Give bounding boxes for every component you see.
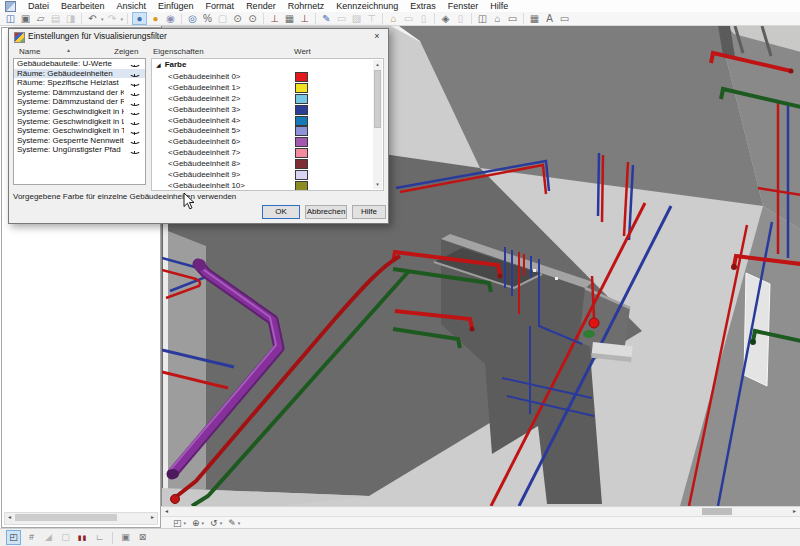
color-row[interactable]: <Gebäudeeinheit 1>: [152, 82, 383, 93]
color-row[interactable]: <Gebäudeeinheit 2>: [152, 93, 383, 104]
filter-list-item[interactable]: Systeme: Geschwindigkeit in Hzg./Kü...: [14, 107, 145, 117]
color-swatch[interactable]: [295, 159, 308, 169]
filter-list-item[interactable]: Systeme: Dämmzustand der Rohre: [14, 97, 145, 107]
help-button[interactable]: Hilfe: [352, 205, 386, 219]
annotate-pen-icon[interactable]: ✎: [320, 13, 333, 25]
frame2-icon[interactable]: ▭: [506, 13, 519, 25]
slope-icon[interactable]: ◢: [42, 531, 55, 544]
layer-icon[interactable]: ▢: [216, 13, 229, 25]
undo-icon[interactable]: ↶: [86, 13, 99, 25]
color-row[interactable]: <Gebäudeeinheit 0>: [152, 71, 383, 82]
color-row[interactable]: <Gebäudeeinheit 4>: [152, 115, 383, 126]
render-hidden-line-icon[interactable]: ◉: [164, 13, 177, 25]
dimension-chain-icon[interactable]: ⊥: [298, 13, 311, 25]
grid-icon[interactable]: #: [25, 531, 38, 544]
save-icon[interactable]: ▣: [19, 13, 32, 25]
menu-item-fenster[interactable]: Fenster: [442, 0, 485, 12]
menu-item-kennzeichnung[interactable]: Kennzeichnung: [330, 0, 404, 12]
scroll-left-icon[interactable]: ◂: [5, 513, 14, 522]
color-swatch[interactable]: [295, 94, 308, 104]
undo-dropdown-caret[interactable]: ▾: [101, 16, 104, 22]
eye-closed-icon[interactable]: [124, 70, 145, 77]
color-swatch[interactable]: [295, 105, 308, 115]
roof-icon[interactable]: ⌂: [491, 13, 504, 25]
globe-icon[interactable]: ⊕: [192, 517, 200, 529]
menu-item-render[interactable]: Render: [240, 0, 282, 12]
viewport-hscrollbar[interactable]: ◂ ▸: [161, 506, 800, 516]
render-shaded-icon[interactable]: ●: [149, 13, 162, 25]
menu-item-format[interactable]: Format: [200, 0, 241, 12]
column-header-eigenschaften[interactable]: Eigenschaften: [153, 47, 204, 56]
print-preview-icon[interactable]: ◨: [64, 13, 77, 25]
filter-list-item[interactable]: Systeme: Geschwindigkeit in Trinkwas...: [14, 126, 145, 136]
ok-button[interactable]: OK: [262, 205, 300, 219]
color-row[interactable]: <Gebäudeeinheit 6>: [152, 136, 383, 147]
new-drawing-icon[interactable]: ◫: [4, 13, 17, 25]
eye-closed-icon[interactable]: [124, 89, 145, 96]
column-header-name[interactable]: Name: [19, 47, 40, 56]
screen-icon[interactable]: ▣: [119, 531, 132, 544]
dimension-icon[interactable]: ⊥: [268, 13, 281, 25]
color-row[interactable]: <Gebäudeeinheit 7>: [152, 147, 383, 158]
filter-list-item[interactable]: Systeme: Geschwindigkeit in Lüftung: [14, 117, 145, 127]
zoom-region-icon[interactable]: ◎: [186, 13, 199, 25]
axis-chart-icon[interactable]: ∟: [93, 531, 106, 544]
window-icon[interactable]: ◫: [476, 13, 489, 25]
color-swatch[interactable]: [295, 148, 308, 158]
visibility-icon[interactable]: ⊙: [231, 13, 244, 25]
view-box-icon[interactable]: ◰: [173, 517, 182, 529]
stamp-icon[interactable]: ▨: [350, 13, 363, 25]
dropdown-caret[interactable]: ▾: [184, 520, 187, 526]
scrollbar-thumb[interactable]: [15, 514, 117, 521]
color-row[interactable]: <Gebäudeeinheit 5>: [152, 125, 383, 136]
menu-item-einfuegen[interactable]: Einfügen: [152, 0, 200, 12]
visibility-filter-icon[interactable]: ⊙: [246, 13, 259, 25]
cancel-button[interactable]: Abbrechen: [305, 205, 347, 219]
scroll-right-icon[interactable]: ▸: [790, 507, 799, 516]
redo-dropdown-caret[interactable]: ▾: [121, 16, 124, 22]
screen-close-icon[interactable]: ⊠: [136, 531, 149, 544]
clip-icon[interactable]: ◈: [439, 13, 452, 25]
properties-scrollbar[interactable]: ▴ ▾: [373, 60, 382, 189]
filter-list[interactable]: Gebäudebauteile: U-Werte Räume: Gebäudee…: [13, 58, 146, 185]
redo-icon[interactable]: ↷: [106, 13, 119, 25]
filter-list-item[interactable]: Gebäudebauteile: U-Werte: [14, 59, 145, 69]
select-tool-icon[interactable]: ◰: [6, 530, 21, 545]
panel-icon[interactable]: ▭: [402, 13, 415, 25]
menu-item-bearbeiten[interactable]: Bearbeiten: [55, 0, 111, 12]
color-swatch[interactable]: [295, 170, 308, 180]
scroll-right-icon[interactable]: ▸: [148, 513, 157, 522]
render-realistic-icon[interactable]: ●: [132, 12, 147, 25]
menu-item-ansicht[interactable]: Ansicht: [111, 0, 153, 12]
grid-window-icon[interactable]: ▦: [528, 13, 541, 25]
project-panel-hscrollbar[interactable]: ◂ ▸: [4, 512, 158, 525]
color-swatch[interactable]: [295, 181, 308, 191]
color-row[interactable]: <Gebäudeeinheit 10>: [152, 180, 383, 191]
menu-item-hilfe[interactable]: Hilfe: [484, 0, 514, 12]
box-icon[interactable]: ▭: [335, 13, 348, 25]
filter-list-item-selected[interactable]: Räume: Gebäudeeinheiten: [14, 69, 145, 79]
list-icon[interactable]: ▯: [417, 13, 430, 25]
menu-item-datei[interactable]: Datei: [22, 0, 55, 12]
dropdown-caret[interactable]: ▾: [202, 520, 205, 526]
scroll-down-icon[interactable]: ▾: [373, 180, 382, 189]
close-icon[interactable]: ×: [370, 30, 384, 42]
tree-group-farbe[interactable]: ◢Farbe: [152, 59, 383, 71]
eye-closed-icon[interactable]: [124, 127, 145, 134]
tripod-icon[interactable]: ⊤: [365, 13, 378, 25]
text-style-icon[interactable]: A: [543, 13, 556, 25]
color-swatch[interactable]: [295, 116, 308, 126]
dropdown-caret[interactable]: ▾: [238, 520, 241, 526]
dropdown-caret[interactable]: ▾: [220, 520, 223, 526]
scroll-left-icon[interactable]: ◂: [162, 507, 171, 516]
eye-closed-icon[interactable]: [124, 60, 145, 67]
section-marker-icon[interactable]: ▮▮: [76, 531, 89, 544]
filter-list-item[interactable]: Systeme: Dämmzustand der Kanäle: [14, 88, 145, 98]
properties-panel[interactable]: ◢Farbe <Gebäudeeinheit 0> <Gebäudeeinhei…: [151, 58, 384, 191]
color-swatch[interactable]: [295, 72, 308, 82]
export-icon[interactable]: ▱: [34, 13, 47, 25]
eye-closed-icon[interactable]: [124, 118, 145, 125]
home-icon[interactable]: ⌂: [387, 13, 400, 25]
column-header-wert[interactable]: Wert: [294, 47, 311, 56]
frame3-icon[interactable]: ▭: [558, 13, 571, 25]
